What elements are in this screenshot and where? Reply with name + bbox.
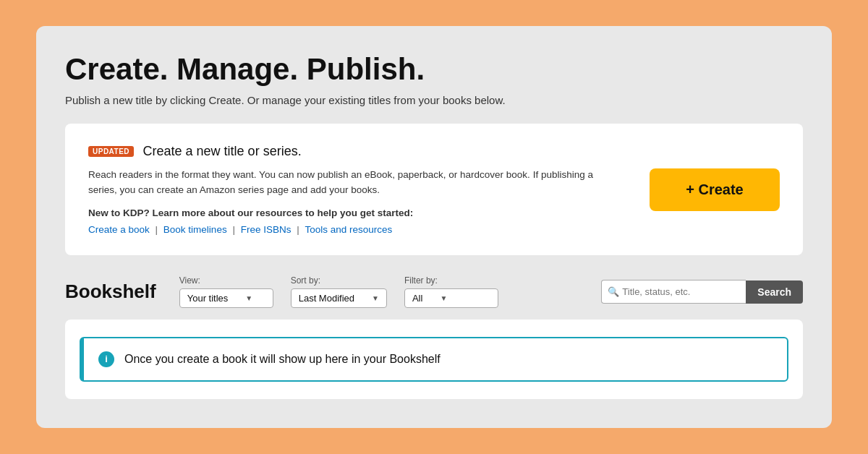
bookshelf-header: Bookshelf View: Your titles ▼ Sort by: L… <box>65 275 803 308</box>
card-new-to-kdp: New to KDP? Learn more about our resourc… <box>88 207 635 218</box>
search-input-wrapper: 🔍 <box>601 280 746 304</box>
main-container: Create. Manage. Publish. Publish a new t… <box>36 26 832 428</box>
free-isbns-link[interactable]: Free ISBNs <box>241 224 292 235</box>
page-subheading: Publish a new title by clicking Create. … <box>65 94 803 106</box>
updated-badge: UPDATED <box>88 146 134 157</box>
empty-bookshelf-message: Once you create a book it will show up h… <box>124 353 441 366</box>
create-button[interactable]: + Create <box>650 168 780 211</box>
filter-value: All <box>412 293 422 304</box>
filter-dropdown[interactable]: All ▼ <box>404 288 498 308</box>
create-card-content: UPDATED Create a new title or series. Re… <box>88 144 635 235</box>
create-card: UPDATED Create a new title or series. Re… <box>65 124 803 255</box>
search-input[interactable] <box>601 280 746 304</box>
search-button[interactable]: Search <box>746 280 803 304</box>
link-separator-1: | <box>156 224 161 235</box>
search-area: 🔍 Search <box>601 280 803 304</box>
chevron-down-icon: ▼ <box>372 294 379 302</box>
view-label: View: <box>179 275 273 286</box>
page-heading: Create. Manage. Publish. <box>65 52 803 87</box>
search-icon: 🔍 <box>608 286 619 297</box>
sort-control: Sort by: Last Modified ▼ <box>291 275 387 308</box>
link-separator-3: | <box>297 224 302 235</box>
bookshelf-content: i Once you create a book it will show up… <box>65 320 803 399</box>
filter-label: Filter by: <box>404 275 498 286</box>
bookshelf-section: Bookshelf View: Your titles ▼ Sort by: L… <box>65 275 803 399</box>
tools-resources-link[interactable]: Tools and resources <box>305 224 392 235</box>
empty-bookshelf-box: i Once you create a book it will show up… <box>80 337 788 382</box>
info-icon: i <box>98 351 114 367</box>
book-timelines-link[interactable]: Book timelines <box>163 224 227 235</box>
card-description: Reach readers in the format they want. Y… <box>88 168 595 197</box>
bookshelf-title: Bookshelf <box>65 280 156 303</box>
view-value: Your titles <box>187 293 229 304</box>
sort-value: Last Modified <box>299 293 354 304</box>
sort-dropdown[interactable]: Last Modified ▼ <box>291 288 387 308</box>
sort-label: Sort by: <box>291 275 387 286</box>
card-title: Create a new title or series. <box>143 144 302 158</box>
create-book-link[interactable]: Create a book <box>88 224 150 235</box>
link-separator-2: | <box>232 224 237 235</box>
view-control: View: Your titles ▼ <box>179 275 273 308</box>
chevron-down-icon: ▼ <box>245 294 252 302</box>
view-dropdown[interactable]: Your titles ▼ <box>179 288 273 308</box>
filter-control: Filter by: All ▼ <box>404 275 498 308</box>
card-links: Create a book | Book timelines | Free IS… <box>88 224 635 235</box>
chevron-down-icon: ▼ <box>440 294 447 302</box>
card-header-row: UPDATED Create a new title or series. <box>88 144 635 159</box>
